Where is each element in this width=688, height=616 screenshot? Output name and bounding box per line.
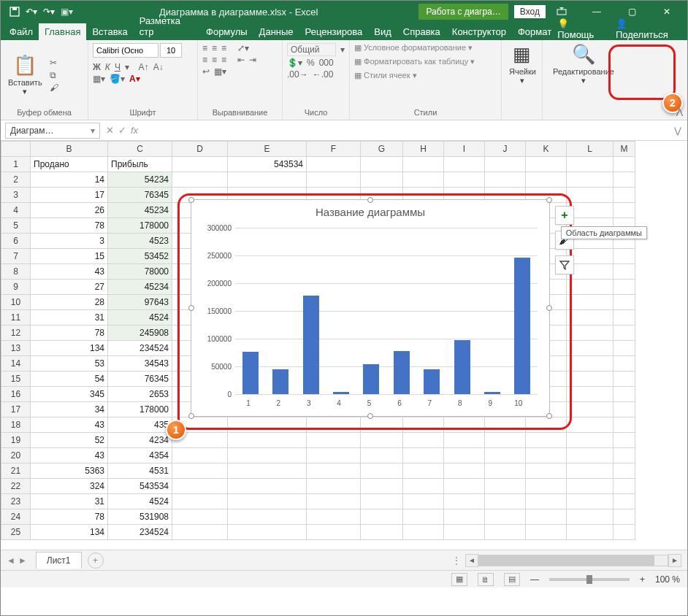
col-header[interactable]: B (31, 142, 108, 157)
row-header[interactable]: 16 (1, 387, 31, 402)
cancel-formula-icon[interactable]: ✕ (106, 125, 114, 136)
align-right-icon[interactable]: ≡ (221, 55, 226, 65)
row-header[interactable]: 7 (1, 249, 31, 264)
wrap-text-icon[interactable]: ↩ (202, 66, 210, 77)
fx-icon[interactable]: fx (131, 125, 138, 136)
col-header[interactable]: H (403, 142, 444, 157)
cell[interactable]: 2653 (108, 387, 172, 402)
hscroll-right-button[interactable]: ► (668, 554, 681, 567)
resize-handle[interactable] (546, 305, 552, 311)
cell[interactable]: 54 (31, 371, 108, 387)
chart-title[interactable]: Название диаграммы (191, 200, 549, 221)
orientation-icon[interactable]: ⤢▾ (237, 43, 249, 53)
tab-data[interactable]: Данные (253, 23, 299, 40)
row-header[interactable]: 1 (1, 157, 31, 172)
cell[interactable]: 3 (31, 234, 108, 249)
row-header[interactable]: 10 (1, 295, 31, 310)
cell[interactable]: 28 (31, 295, 108, 310)
row-header[interactable]: 12 (1, 326, 31, 341)
tab-home[interactable]: Главная (39, 23, 86, 40)
col-header[interactable]: M (614, 142, 635, 157)
split-grip-icon[interactable]: ⋮ (452, 555, 461, 566)
col-header[interactable]: F (307, 142, 361, 157)
undo-icon[interactable]: ↶▾ (26, 7, 37, 17)
cells-button[interactable]: ▦Ячейки▾ (506, 43, 538, 85)
cell[interactable]: 43 (31, 264, 108, 280)
row-header[interactable]: 3 (1, 188, 31, 203)
cell[interactable]: 15 (31, 249, 108, 264)
hscroll-track[interactable] (478, 555, 668, 566)
cell[interactable]: 234524 (108, 525, 172, 540)
cell[interactable]: 245908 (108, 326, 172, 341)
cell[interactable]: 76345 (108, 371, 172, 387)
cell[interactable]: 4524 (108, 494, 172, 509)
row-header[interactable]: 25 (1, 525, 31, 540)
row-header[interactable]: 19 (1, 433, 31, 448)
col-header[interactable] (1, 142, 31, 157)
tab-file[interactable]: Файл (4, 23, 39, 40)
hscroll-thumb[interactable] (479, 555, 654, 566)
chart-bar[interactable] (484, 392, 500, 394)
cell[interactable]: 5363 (31, 463, 108, 479)
cell[interactable]: 4531 (108, 463, 172, 479)
chart-bar[interactable] (333, 392, 349, 394)
row-header[interactable]: 24 (1, 509, 31, 525)
indent-inc-icon[interactable]: ⇥ (249, 55, 256, 65)
cell[interactable]: 134 (31, 341, 108, 356)
chart-bar[interactable] (272, 369, 288, 394)
cell[interactable]: 345 (31, 387, 108, 402)
zoom-out-button[interactable]: — (530, 574, 539, 585)
resize-handle[interactable] (367, 413, 373, 419)
cell[interactable]: 4234 (108, 433, 172, 448)
embedded-chart[interactable]: Название диаграммы 050000100000150000200… (191, 199, 550, 417)
inc-decimal-icon[interactable]: .00→ (287, 69, 308, 80)
tab-design[interactable]: Конструктор (446, 23, 512, 40)
font-size-input[interactable] (160, 43, 182, 58)
resize-handle[interactable] (367, 197, 373, 203)
cell[interactable]: 53 (31, 356, 108, 371)
cell[interactable]: 78 (31, 218, 108, 234)
align-middle-icon[interactable]: ≡ (212, 43, 217, 53)
bold-button[interactable]: Ж (93, 62, 101, 72)
help-button[interactable]: 💡 Помощь (557, 18, 605, 40)
italic-button[interactable]: К (105, 62, 110, 72)
new-sheet-button[interactable]: + (88, 553, 104, 569)
cell[interactable]: 234524 (108, 341, 172, 356)
save-icon[interactable] (9, 7, 20, 17)
cell[interactable]: 43 (31, 448, 108, 463)
cell[interactable]: 78 (31, 326, 108, 341)
tab-insert[interactable]: Вставка (86, 23, 133, 40)
row-header[interactable]: 13 (1, 341, 31, 356)
col-header[interactable]: I (444, 142, 485, 157)
row-header[interactable]: 2 (1, 172, 31, 188)
paste-button[interactable]: 📋Вставить▾ (5, 54, 45, 96)
tab-review[interactable]: Рецензирова (299, 23, 369, 40)
cell[interactable]: 34 (31, 402, 108, 417)
row-header[interactable]: 4 (1, 203, 31, 218)
col-header[interactable]: K (526, 142, 567, 157)
chart-filters-button[interactable] (555, 255, 574, 274)
tab-view[interactable]: Вид (368, 23, 397, 40)
cell[interactable]: Прибыль (108, 157, 172, 172)
format-as-table-button[interactable]: ▦ Форматировать как таблицу ▾ (354, 57, 497, 66)
cell[interactable]: 78 (31, 509, 108, 525)
row-header[interactable]: 17 (1, 402, 31, 417)
tab-formulas[interactable]: Формулы (200, 23, 253, 40)
comma-icon[interactable]: 000 (319, 58, 334, 68)
merge-icon[interactable]: ▦▾ (214, 66, 226, 77)
align-left-icon[interactable]: ≡ (202, 55, 207, 65)
expand-formula-bar-icon[interactable]: ⋁ (668, 126, 687, 136)
cell[interactable]: 45234 (108, 203, 172, 218)
col-header[interactable]: G (361, 142, 403, 157)
row-header[interactable]: 9 (1, 280, 31, 295)
row-header[interactable]: 11 (1, 310, 31, 326)
col-header[interactable]: J (485, 142, 526, 157)
row-header[interactable]: 21 (1, 463, 31, 479)
enter-formula-icon[interactable]: ✓ (118, 125, 126, 136)
cell[interactable]: 4523 (108, 234, 172, 249)
chart-bar[interactable] (303, 296, 319, 394)
chart-bar[interactable] (363, 364, 379, 394)
indent-dec-icon[interactable]: ⇤ (237, 55, 245, 65)
resize-handle[interactable] (546, 197, 552, 203)
align-center-icon[interactable]: ≡ (212, 55, 217, 65)
